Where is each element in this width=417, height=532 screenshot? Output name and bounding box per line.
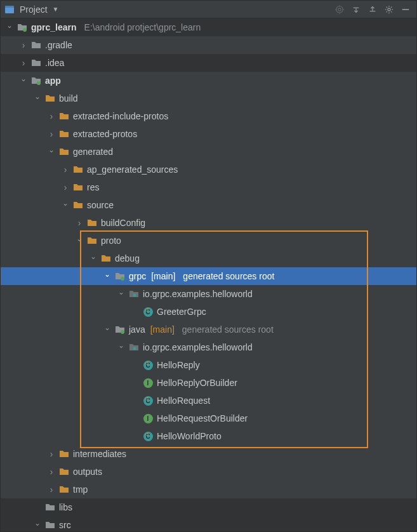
tree-node[interactable]: intermediates <box>1 445 416 463</box>
project-toolbar: Project ▼ <box>1 1 416 18</box>
interface-icon: I <box>143 378 153 388</box>
tree-node[interactable]: ↺C HelloReply <box>1 356 416 374</box>
node-label: buildConfig <box>101 218 145 228</box>
tree-node[interactable]: ↺C HelloRequest <box>1 392 416 409</box>
node-label: generated <box>73 147 113 157</box>
expand-toggle[interactable] <box>103 272 111 281</box>
node-label: HelloRequestOrBuilder <box>157 413 248 423</box>
module-folder-icon <box>31 76 41 86</box>
expand-toggle[interactable] <box>6 23 13 32</box>
expand-toggle[interactable] <box>48 449 55 459</box>
tree-node[interactable]: .idea <box>1 54 416 72</box>
hide-icon[interactable] <box>399 3 413 17</box>
expand-toggle[interactable] <box>62 164 69 175</box>
chevron-down-icon: ▼ <box>53 6 59 13</box>
tree-node[interactable]: .gradle <box>1 36 416 54</box>
tree-node[interactable]: src <box>1 516 416 531</box>
excluded-folder-icon <box>59 484 69 495</box>
tree-node-root[interactable]: gprc_learn E:\android protject\gprc_lear… <box>1 18 416 36</box>
node-label: HelloReplyOrBuilder <box>157 378 237 388</box>
expand-all-icon[interactable] <box>349 3 363 17</box>
excluded-folder-icon <box>59 147 69 157</box>
node-label: .gradle <box>45 40 72 50</box>
gear-icon[interactable] <box>382 3 396 17</box>
excluded-folder-icon <box>59 467 69 477</box>
node-label: source <box>87 200 114 210</box>
folder-icon <box>45 502 55 512</box>
node-label: proto <box>101 236 121 246</box>
node-hint: generated sources root <box>183 271 274 281</box>
tree-node[interactable]: ap_generated_sources <box>1 161 416 178</box>
excluded-folder-icon <box>87 236 97 246</box>
node-label: GreeterGrpc <box>157 307 206 317</box>
project-tree[interactable]: gprc_learn E:\android protject\gprc_lear… <box>1 18 416 531</box>
tree-node[interactable]: buildConfig <box>1 214 416 232</box>
tree-node[interactable]: I HelloRequestOrBuilder <box>1 409 416 427</box>
tree-node[interactable]: libs <box>1 498 416 516</box>
node-label: outputs <box>73 467 102 477</box>
tree-node[interactable]: proto <box>1 232 416 249</box>
class-icon: ↺C <box>143 431 153 441</box>
collapse-all-icon[interactable] <box>366 3 380 17</box>
expand-toggle[interactable] <box>48 129 55 139</box>
tree-node[interactable]: tmp <box>1 481 416 498</box>
expand-toggle[interactable] <box>62 201 69 209</box>
project-tool-window: Project ▼ gprc_learn E:\android protject… <box>0 0 417 532</box>
tree-node[interactable]: I HelloReplyOrBuilder <box>1 374 416 392</box>
module-folder-icon <box>17 22 27 32</box>
tree-node[interactable]: java [main] generated sources root <box>1 321 416 338</box>
expand-toggle[interactable] <box>117 343 125 352</box>
node-label: java <box>129 324 145 335</box>
expand-toggle[interactable] <box>76 218 83 228</box>
tree-node[interactable]: ↺C HelloWorldProto <box>1 427 416 445</box>
class-icon: ↺C <box>143 396 153 406</box>
node-label: intermediates <box>73 449 126 459</box>
tree-node[interactable]: debug <box>1 249 416 267</box>
folder-icon <box>45 520 55 530</box>
source-set-tag: [main] <box>150 324 175 335</box>
expand-toggle[interactable] <box>89 254 97 263</box>
tree-node[interactable]: io.grpc.examples.helloworld <box>1 285 416 303</box>
tree-node[interactable]: source <box>1 196 416 214</box>
expand-toggle[interactable] <box>20 40 27 50</box>
node-label: grpc <box>129 271 146 281</box>
locate-icon[interactable] <box>333 3 347 17</box>
expand-toggle[interactable] <box>48 467 55 477</box>
tree-node[interactable]: generated <box>1 143 416 161</box>
node-label: .idea <box>45 58 64 68</box>
tree-node[interactable]: io.grpc.examples.helloworld <box>1 338 416 356</box>
expand-toggle[interactable] <box>34 521 41 529</box>
package-icon <box>129 289 139 299</box>
view-selector[interactable]: Project <box>20 4 48 15</box>
tree-node[interactable]: extracted-protos <box>1 125 416 143</box>
tree-node[interactable]: build <box>1 90 416 107</box>
class-icon: ↺C <box>143 307 153 317</box>
tree-node[interactable]: app <box>1 72 416 90</box>
folder-icon <box>31 58 41 68</box>
excluded-folder-icon <box>59 449 69 459</box>
tree-node[interactable]: extracted-include-protos <box>1 107 416 125</box>
excluded-folder-icon <box>45 93 55 103</box>
node-label: HelloWorldProto <box>157 431 222 441</box>
tree-node[interactable]: ↺C GreeterGrpc <box>1 303 416 321</box>
expand-toggle[interactable] <box>48 147 55 156</box>
expand-toggle[interactable] <box>76 236 83 245</box>
tree-node[interactable]: outputs <box>1 463 416 481</box>
node-path: E:\android protject\gprc_learn <box>84 22 201 32</box>
node-label: io.grpc.examples.helloworld <box>143 342 253 352</box>
expand-toggle[interactable] <box>20 58 27 68</box>
expand-toggle[interactable] <box>103 325 111 334</box>
tree-node-selected[interactable]: grpc [main] generated sources root <box>1 267 416 285</box>
generated-sources-folder-icon <box>115 324 125 335</box>
expand-toggle[interactable] <box>48 111 55 121</box>
tree-node[interactable]: res <box>1 178 416 196</box>
node-label: io.grpc.examples.helloworld <box>143 289 253 299</box>
expand-toggle[interactable] <box>62 182 69 192</box>
node-label: extracted-include-protos <box>73 111 168 121</box>
node-label: libs <box>59 502 72 512</box>
excluded-folder-icon <box>73 164 83 175</box>
expand-toggle[interactable] <box>117 289 125 298</box>
expand-toggle[interactable] <box>20 76 27 85</box>
expand-toggle[interactable] <box>48 484 55 495</box>
expand-toggle[interactable] <box>34 94 41 103</box>
